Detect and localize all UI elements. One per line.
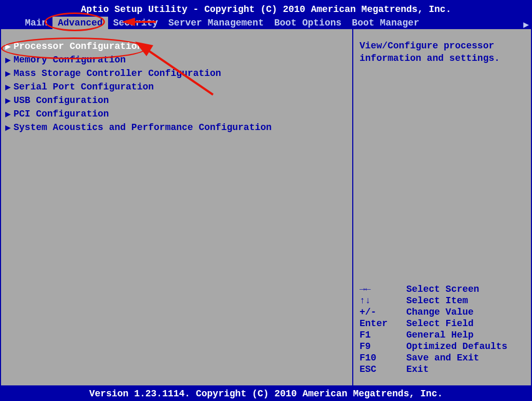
key-name: F9 [360,341,406,352]
key-help-list: →← Select Screen ↑↓ Select Item +/- Chan… [360,283,525,375]
menu-item-usb-config[interactable]: ▶ USB Configuration [5,94,348,107]
tabs-scroll-right-icon[interactable]: ▶ [523,19,529,30]
help-panel: View/Configure processor information and… [353,29,531,385]
tab-advanced[interactable]: Advanced [52,17,108,29]
key-name: F1 [360,330,406,340]
key-desc: Select Item [406,295,468,306]
key-name: Enter [360,318,406,329]
key-name: F10 [360,353,406,363]
key-desc: Select Screen [406,284,479,294]
help-text: View/Configure processor information and… [360,40,525,65]
submenu-arrow-icon: ▶ [5,41,12,52]
menu-item-label: System Acoustics and Performance Configu… [14,122,272,133]
key-desc: Save and Exit [406,353,479,363]
footer-text: Version 1.23.1114. Copyright (C) 2010 Am… [89,389,443,399]
footer-bar: Version 1.23.1114. Copyright (C) 2010 Am… [0,386,532,401]
key-desc: Change Value [406,307,474,317]
key-help-row: +/- Change Value [360,306,525,318]
key-help-row: F10 Save and Exit [360,352,525,364]
key-name: ↑↓ [360,295,406,306]
main-panel: ▶ Processor Configuration ▶ Memory Confi… [1,29,353,385]
tab-bar: Main Advanced Security Server Management… [0,17,532,29]
tab-boot-options[interactable]: Boot Options [269,17,347,29]
menu-item-mass-storage-config[interactable]: ▶ Mass Storage Controller Configuration [5,67,348,80]
submenu-arrow-icon: ▶ [5,122,12,133]
key-desc: General Help [406,330,474,340]
key-desc: Optimized Defaults [406,341,507,352]
submenu-arrow-icon: ▶ [5,54,12,66]
menu-item-label: PCI Configuration [14,109,109,119]
menu-item-label: Processor Configuration [14,41,142,51]
page-title: Aptio Setup Utility - Copyright (C) 2010… [0,2,532,17]
menu-item-processor-config[interactable]: ▶ Processor Configuration [5,40,348,53]
key-help-row: Enter Select Field [360,318,525,329]
key-help-row: F1 General Help [360,329,525,341]
tab-server-management[interactable]: Server Management [163,17,269,29]
tab-main[interactable]: Main [20,17,52,29]
content-area: ▶ Processor Configuration ▶ Memory Confi… [0,29,532,386]
key-help-row: F9 Optimized Defaults [360,341,525,352]
menu-item-pci-config[interactable]: ▶ PCI Configuration [5,107,348,121]
key-desc: Select Field [406,318,474,329]
menu-item-label: Mass Storage Controller Configuration [14,68,221,79]
key-help-row: ↑↓ Select Item [360,295,525,306]
menu-item-system-acoustics-config[interactable]: ▶ System Acoustics and Performance Confi… [5,121,348,134]
submenu-arrow-icon: ▶ [5,68,12,79]
menu-item-label: Serial Port Configuration [14,82,154,92]
submenu-arrow-icon: ▶ [5,108,12,120]
submenu-arrow-icon: ▶ [5,95,12,106]
menu-item-label: Memory Configuration [14,55,126,65]
key-name: +/- [360,307,406,317]
tab-security[interactable]: Security [108,17,163,29]
tab-boot-manager[interactable]: Boot Manager [347,17,424,29]
menu-item-memory-config[interactable]: ▶ Memory Configuration [5,53,348,67]
key-desc: Exit [406,364,429,374]
menu-item-serial-port-config[interactable]: ▶ Serial Port Configuration [5,80,348,94]
key-name: ESC [360,364,406,374]
key-help-row: ESC Exit [360,364,525,375]
key-help-row: →← Select Screen [360,283,525,295]
menu-item-label: USB Configuration [14,95,109,106]
header-bar: Aptio Setup Utility - Copyright (C) 2010… [0,0,532,29]
key-name: →← [360,284,406,294]
submenu-arrow-icon: ▶ [5,81,12,93]
